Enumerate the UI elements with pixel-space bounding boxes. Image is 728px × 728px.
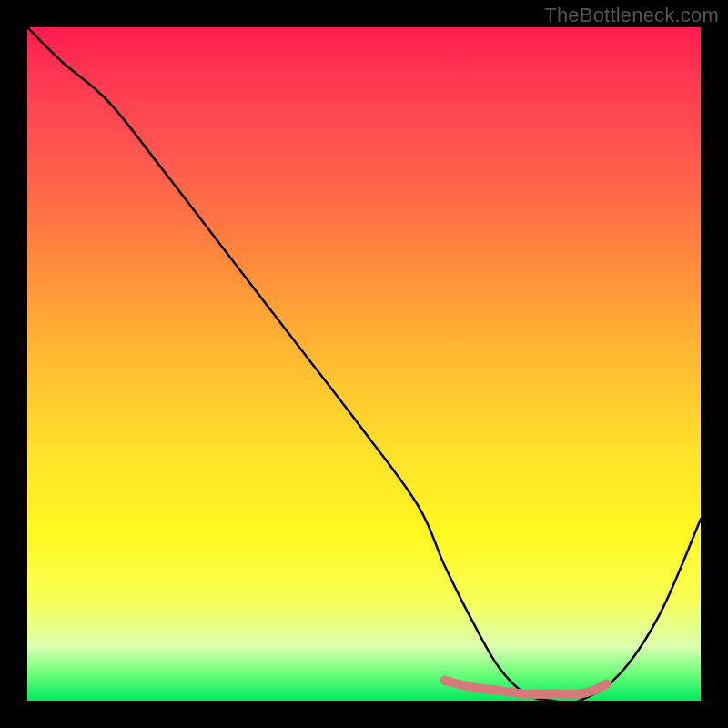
optimal-band-path	[445, 681, 607, 694]
curve-layer	[27, 27, 701, 701]
bottleneck-curve-path	[27, 27, 701, 701]
plot-area	[27, 27, 701, 701]
chart-frame: TheBottleneck.com	[0, 0, 728, 728]
watermark-text: TheBottleneck.com	[544, 4, 719, 27]
